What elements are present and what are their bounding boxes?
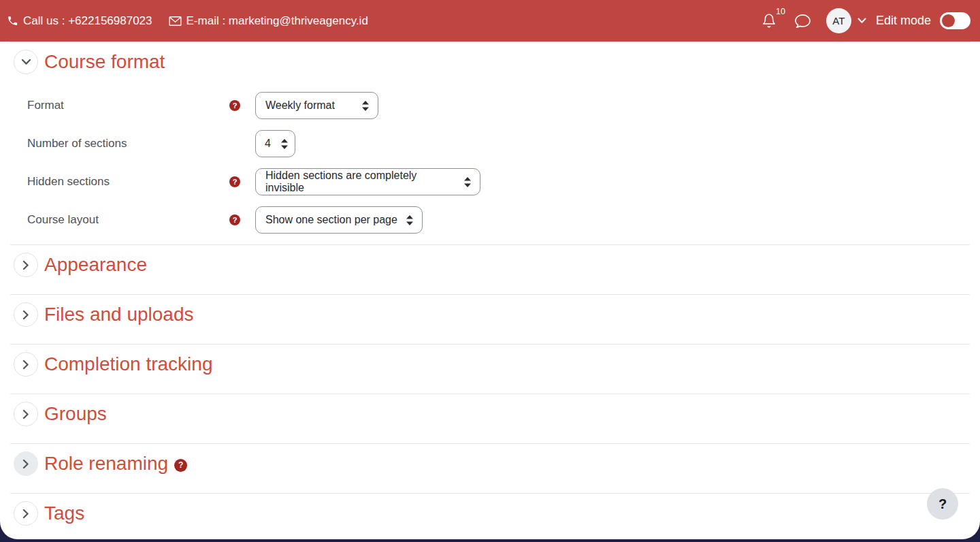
chevron-right-icon[interactable] xyxy=(14,352,38,377)
select-arrows-icon xyxy=(281,139,288,149)
section-title: Groups xyxy=(44,402,107,426)
section-header-tags[interactable]: Tags xyxy=(10,501,970,526)
select-value: 4 xyxy=(265,138,271,150)
user-avatar[interactable]: AT xyxy=(826,8,851,33)
form-row-hidden-sections: Hidden sections ? Hidden sections are co… xyxy=(10,168,970,195)
section-title: Tags xyxy=(44,501,84,526)
section-groups: Groups xyxy=(10,394,970,443)
help-icon[interactable]: ? xyxy=(229,214,240,225)
help-icon[interactable]: ? xyxy=(229,100,240,111)
field-label: Format xyxy=(27,99,229,112)
field-label: Hidden sections xyxy=(27,175,229,189)
chevron-right-icon[interactable] xyxy=(14,253,38,277)
section-title: Completion tracking xyxy=(44,352,212,377)
section-header-course-format[interactable]: Course format xyxy=(10,50,970,74)
chat-bubble-icon xyxy=(794,13,811,29)
chevron-right-icon[interactable] xyxy=(14,402,38,426)
chevron-right-icon[interactable] xyxy=(14,501,38,526)
select-value: Show one section per page xyxy=(265,214,397,226)
field-label: Course layout xyxy=(27,213,229,227)
section-title: Role renaming xyxy=(44,451,168,476)
email-text: E-mail : marketing@thriveagency.id xyxy=(186,14,368,28)
envelope-icon xyxy=(169,16,182,27)
edit-mode-toggle[interactable] xyxy=(940,12,970,29)
section-title: Appearance xyxy=(44,253,147,277)
course-settings-form: Course format Format ? Weekly format Num… xyxy=(0,42,980,539)
course-layout-select[interactable]: Show one section per page xyxy=(255,206,423,234)
section-header-files-and-uploads[interactable]: Files and uploads xyxy=(10,302,970,327)
phone-number-text: Call us : +622156987023 xyxy=(23,14,152,28)
number-of-sections-select[interactable]: 4 xyxy=(255,130,295,157)
section-title: Course format xyxy=(44,50,165,74)
floating-help-button[interactable]: ? xyxy=(927,488,958,520)
form-row-number-of-sections: Number of sections 4 xyxy=(10,130,970,157)
section-files-and-uploads: Files and uploads xyxy=(10,294,970,344)
form-row-course-layout: Course layout ? Show one section per pag… xyxy=(10,206,970,234)
help-icon[interactable]: ? xyxy=(174,459,187,472)
section-header-groups[interactable]: Groups xyxy=(10,402,970,426)
topbar-actions: 10 AT Edit mode xyxy=(762,8,970,33)
topbar: Call us : +622156987023 E-mail : marketi… xyxy=(0,0,980,42)
select-arrows-icon xyxy=(406,215,413,225)
messages-button[interactable] xyxy=(794,13,811,29)
section-course-format: Course format Format ? Weekly format Num… xyxy=(10,42,970,244)
select-arrows-icon xyxy=(362,101,369,111)
phone-icon xyxy=(7,15,18,27)
form-row-format: Format ? Weekly format xyxy=(10,92,970,119)
topbar-contact-info: Call us : +622156987023 E-mail : marketi… xyxy=(7,14,385,28)
section-role-renaming: Role renaming ? xyxy=(10,443,970,493)
section-title: Files and uploads xyxy=(44,302,193,327)
notifications-button[interactable]: 10 xyxy=(762,13,777,29)
help-icon[interactable]: ? xyxy=(229,176,240,187)
section-header-appearance[interactable]: Appearance xyxy=(10,253,970,277)
chevron-down-icon[interactable] xyxy=(14,50,38,74)
field-label: Number of sections xyxy=(27,137,229,150)
edit-mode-label: Edit mode xyxy=(876,14,931,28)
chevron-right-icon[interactable] xyxy=(14,451,38,476)
user-menu-caret[interactable] xyxy=(858,18,866,24)
main-content-panel: Call us : +622156987023 E-mail : marketi… xyxy=(0,0,980,539)
section-completion-tracking: Completion tracking xyxy=(10,344,970,394)
select-value: Weekly format xyxy=(265,99,335,112)
select-value: Hidden sections are completely invisible xyxy=(265,170,456,194)
section-header-role-renaming[interactable]: Role renaming ? xyxy=(10,451,970,476)
format-select[interactable]: Weekly format xyxy=(255,92,378,119)
section-tags: Tags xyxy=(10,493,970,539)
hidden-sections-select[interactable]: Hidden sections are completely invisible xyxy=(255,168,480,195)
bell-icon xyxy=(762,13,777,29)
chevron-right-icon[interactable] xyxy=(14,302,38,327)
avatar-initials: AT xyxy=(832,15,845,27)
notification-count-badge: 10 xyxy=(776,7,785,16)
toggle-knob xyxy=(942,14,955,27)
section-header-completion-tracking[interactable]: Completion tracking xyxy=(10,352,970,377)
section-appearance: Appearance xyxy=(10,244,970,294)
select-arrows-icon xyxy=(464,177,471,187)
